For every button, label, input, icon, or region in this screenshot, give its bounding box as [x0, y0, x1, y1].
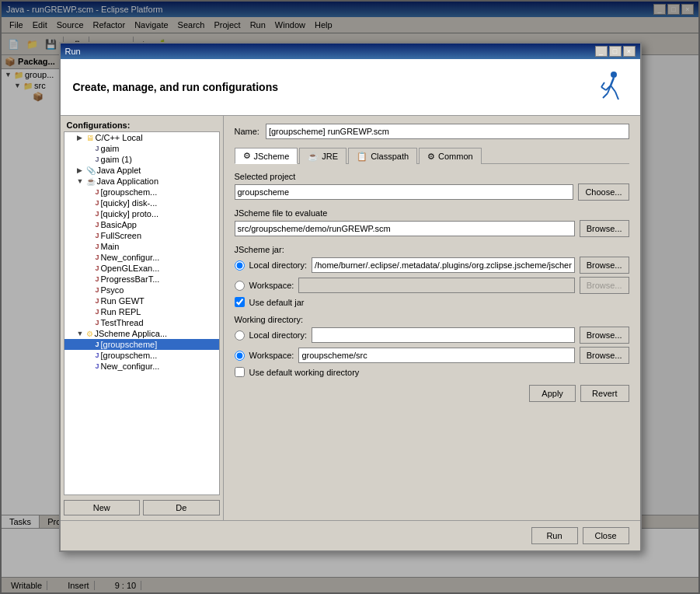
- tab-common-label: Common: [438, 152, 473, 161]
- run-btn-dialog[interactable]: Run: [531, 527, 578, 544]
- tab-common[interactable]: ⚙ Common: [419, 148, 482, 164]
- config-item-cpp[interactable]: ▶ 🖥 C/C++ Local: [64, 132, 219, 143]
- config-item-progress[interactable]: J ProgressBarT...: [64, 274, 219, 285]
- jar-group: JScheme jar: Local directory: Browse... …: [235, 245, 629, 307]
- close-btn-dialog[interactable]: Close: [583, 527, 629, 544]
- config-newconfig2-label: New_configur...: [101, 362, 160, 371]
- config-label: Configurations:: [61, 116, 223, 131]
- wd-local-row: Local directory: Browse...: [235, 327, 629, 344]
- config-cpp-label: C/C++ Local: [96, 133, 143, 142]
- config-item-gaim1[interactable]: J gaim (1): [64, 154, 219, 165]
- tab-classpath[interactable]: 📋 Classpath: [348, 148, 417, 164]
- config-applet-label: Java Applet: [97, 166, 141, 175]
- config-list[interactable]: ▶ 🖥 C/C++ Local J gaim J gaim (1): [64, 131, 220, 495]
- config-item-runrepl[interactable]: J Run REPL: [64, 306, 219, 317]
- config-quicky2-label: [quicky] proto...: [101, 209, 159, 218]
- config-item-newconfig[interactable]: J New_configur...: [64, 252, 219, 263]
- config-item-groupschem[interactable]: J [groupschem...: [64, 187, 219, 197]
- config-rungewt-label: Run GEWT: [101, 296, 145, 306]
- config-item-opengl[interactable]: J OpenGLExan...: [64, 263, 219, 274]
- config-item-basicapp[interactable]: J BasicApp: [64, 219, 219, 230]
- jscheme-icon: ⚙: [243, 151, 251, 161]
- config-item-groupschem2[interactable]: J [groupschem...: [64, 350, 219, 361]
- svg-line-4: [615, 92, 618, 100]
- config-groupschem2-label: [groupschem...: [101, 351, 158, 360]
- config-item-newconfig2[interactable]: J New_configur...: [64, 361, 219, 372]
- svg-line-7: [601, 87, 606, 90]
- use-default-jar-label: Use default jar: [249, 298, 305, 307]
- dialog-actions: Run Close: [61, 520, 640, 550]
- tab-jscheme[interactable]: ⚙ JScheme: [235, 148, 298, 164]
- dialog-header-title: Create, manage, and run configurations: [73, 81, 279, 93]
- browse-wd-workspace-btn[interactable]: Browse...: [580, 347, 629, 364]
- wd-local-radio[interactable]: [235, 330, 245, 341]
- local-dir-input[interactable]: [312, 257, 575, 273]
- config-gaim-label: gaim: [101, 144, 120, 153]
- svg-line-3: [611, 86, 615, 92]
- modal-overlay: Run _ □ × Create, manage, and run config…: [0, 0, 700, 594]
- config-item-rungewt[interactable]: J Run GEWT: [64, 295, 219, 306]
- tab-jre[interactable]: ☕ JRE: [299, 148, 347, 164]
- dialog-title-bar: Run _ □ ×: [61, 44, 640, 59]
- config-item-javaapp[interactable]: ▼ ☕ Java Application: [64, 176, 219, 187]
- config-item-gaim[interactable]: J gaim: [64, 143, 219, 154]
- wd-workspace-radio[interactable]: [235, 351, 245, 361]
- browse-workspace-btn[interactable]: Browse...: [580, 277, 629, 294]
- config-item-jschemeapp[interactable]: ▼ ⚙ JScheme Applica...: [64, 328, 219, 339]
- use-default-wd-checkbox[interactable]: [235, 367, 245, 377]
- config-gaim1-label: gaim (1): [101, 155, 132, 164]
- dialog-maximize-btn[interactable]: □: [609, 46, 622, 57]
- config-psyco-label: Psyco: [101, 285, 124, 295]
- config-main-label: Main: [101, 242, 120, 251]
- config-item-psyco[interactable]: J Psyco: [64, 285, 219, 295]
- dialog-minimize-btn[interactable]: _: [595, 46, 608, 57]
- delete-config-btn[interactable]: De: [143, 500, 220, 515]
- config-javaapp-label: Java Application: [97, 176, 159, 186]
- svg-line-8: [601, 82, 604, 87]
- selected-project-input[interactable]: [235, 184, 574, 200]
- wd-workspace-label: Workspace:: [249, 351, 294, 360]
- local-dir-row: Local directory: Browse...: [235, 257, 629, 274]
- browse-wd-local-btn[interactable]: Browse...: [580, 327, 629, 344]
- svg-point-0: [611, 72, 617, 78]
- revert-btn[interactable]: Revert: [580, 385, 629, 402]
- use-default-jar-row: Use default jar: [235, 297, 629, 307]
- config-basicapp-label: BasicApp: [101, 220, 137, 229]
- working-dir-group: Working directory: Local directory: Brow…: [235, 315, 629, 377]
- name-row: Name:: [235, 124, 629, 139]
- dialog-close-btn[interactable]: ×: [623, 46, 636, 57]
- config-item-applet[interactable]: ▶ 📎 Java Applet: [64, 165, 219, 176]
- name-input[interactable]: [266, 124, 629, 139]
- config-panel: Configurations: ▶ 🖥 C/C++ Local J gaim: [61, 116, 224, 520]
- config-groupschem-label: [groupschem...: [101, 187, 158, 197]
- config-item-selected[interactable]: J [groupscheme]: [64, 339, 219, 350]
- config-item-fullscreen[interactable]: J FullScreen: [64, 230, 219, 241]
- choose-btn[interactable]: Choose...: [578, 183, 629, 201]
- config-item-testthread[interactable]: J TestThread: [64, 317, 219, 328]
- svg-line-1: [611, 78, 614, 86]
- config-tabs: ⚙ JScheme ☕ JRE 📋 Classpath ⚙ Common: [235, 147, 629, 164]
- workspace-label: Workspace:: [249, 281, 294, 290]
- browse-local-btn[interactable]: Browse...: [580, 257, 629, 274]
- dialog-title: Run: [65, 47, 81, 56]
- config-item-quicky1[interactable]: J [quicky] disk-...: [64, 197, 219, 208]
- jar-workspace-radio[interactable]: [235, 281, 245, 291]
- browse-scheme-btn[interactable]: Browse...: [580, 220, 629, 237]
- use-default-jar-checkbox[interactable]: [235, 297, 245, 307]
- jar-label: JScheme jar:: [235, 245, 629, 254]
- wd-local-input[interactable]: [312, 327, 575, 343]
- config-item-quicky2[interactable]: J [quicky] proto...: [64, 208, 219, 219]
- new-config-btn[interactable]: New: [64, 500, 141, 515]
- jar-local-radio[interactable]: [235, 260, 245, 271]
- wd-workspace-input[interactable]: [298, 348, 574, 363]
- config-runrepl-label: Run REPL: [101, 307, 141, 316]
- apply-btn[interactable]: Apply: [529, 385, 576, 402]
- name-label: Name:: [235, 127, 259, 136]
- scheme-file-row: Browse...: [235, 220, 629, 237]
- scheme-file-input[interactable]: [235, 221, 575, 236]
- workspace-input[interactable]: [298, 278, 574, 293]
- working-dir-label: Working directory:: [235, 315, 629, 324]
- config-item-main[interactable]: J Main: [64, 241, 219, 252]
- local-dir-label: Local directory:: [249, 260, 308, 270]
- selected-project-group: Selected project Choose...: [235, 172, 629, 201]
